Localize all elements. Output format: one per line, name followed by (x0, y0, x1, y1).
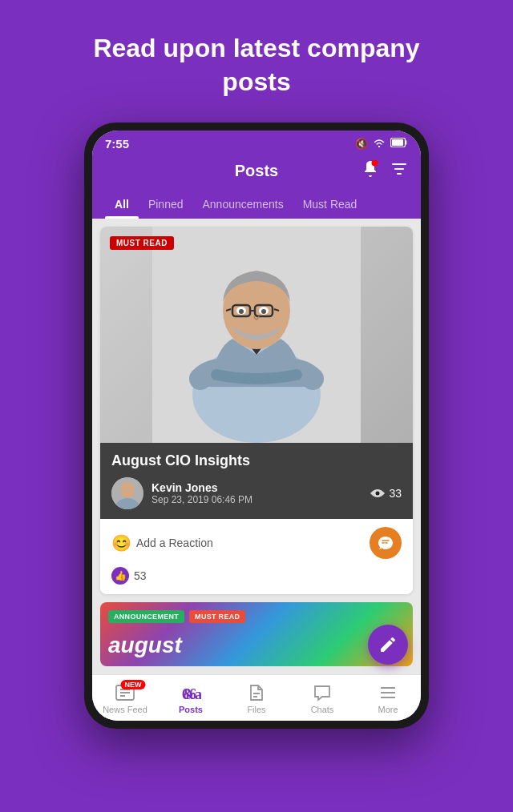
post-info: August CIO Insights (100, 443, 413, 519)
status-icons: 🔇 (355, 137, 408, 151)
status-time: 7:55 (105, 137, 129, 151)
like-icon: 👍 (111, 567, 129, 585)
reaction-button[interactable]: 😊 Add a Reaction (111, 533, 213, 553)
new-badge: NEW (121, 680, 146, 689)
post-title: August CIO Insights (111, 452, 402, 469)
view-number: 33 (389, 487, 402, 500)
nav-news-feed[interactable]: NEW News Feed (92, 675, 158, 721)
bottom-nav: NEW News Feed &amp; 66 Posts (92, 674, 421, 721)
post-image: MUST READ (100, 227, 413, 443)
header-actions (362, 159, 408, 183)
nav-posts-label: Posts (179, 705, 203, 714)
app-header: Posts (92, 155, 421, 190)
status-bar: 7:55 🔇 (92, 131, 421, 155)
nav-files-label: Files (247, 705, 265, 714)
likes-row: 👍 53 (100, 567, 413, 594)
nav-more-label: More (378, 705, 398, 714)
post-actions: 😊 Add a Reaction (100, 519, 413, 567)
svg-point-13 (239, 309, 244, 314)
content-area: MUST READ August CIO Insights (92, 219, 421, 674)
likes-count: 53 (134, 569, 147, 582)
post-date: Sep 23, 2019 06:46 PM (151, 494, 252, 505)
emoji-icon: 😊 (111, 533, 131, 553)
notification-icon[interactable] (362, 159, 379, 183)
avatar (111, 477, 143, 509)
preview-text: august (108, 633, 182, 658)
tab-pinned[interactable]: Pinned (139, 190, 193, 219)
view-count: 33 (370, 487, 402, 500)
nav-chats-label: Chats (311, 705, 334, 714)
post-card-2: ANNOUNCEMENT MUST READ august (100, 602, 413, 666)
compose-fab[interactable] (368, 625, 408, 665)
person-image (152, 227, 361, 443)
must-read-badge-2: MUST READ (189, 610, 245, 623)
reaction-label: Add a Reaction (136, 537, 213, 549)
wifi-icon (373, 137, 386, 151)
svg-point-16 (120, 482, 135, 498)
tab-announcements[interactable]: Announcements (192, 190, 293, 219)
mute-icon: 🔇 (355, 138, 368, 150)
svg-point-14 (261, 309, 266, 314)
phone-screen: 7:55 🔇 (92, 131, 421, 721)
nav-posts[interactable]: &amp; 66 Posts (158, 675, 224, 721)
post-card-1: MUST READ August CIO Insights (100, 227, 413, 594)
must-read-badge: MUST READ (110, 236, 174, 250)
author-name: Kevin Jones (151, 481, 252, 494)
badge-row: ANNOUNCEMENT MUST READ (108, 610, 245, 623)
battery-icon (390, 138, 408, 150)
tab-all[interactable]: All (105, 190, 139, 219)
nav-more[interactable]: More (355, 675, 421, 721)
app-title: Posts (235, 162, 278, 180)
comment-button[interactable] (370, 527, 402, 559)
tabs-bar: All Pinned Announcements Must Read (92, 190, 421, 219)
svg-rect-1 (392, 139, 403, 146)
nav-chats[interactable]: Chats (289, 675, 355, 721)
nav-files[interactable]: Files (224, 675, 289, 721)
filter-icon[interactable] (390, 160, 408, 183)
phone-frame: 7:55 🔇 (84, 123, 429, 729)
post-author-row: Kevin Jones Sep 23, 2019 06:46 PM 33 (111, 477, 402, 509)
announcement-badge: ANNOUNCEMENT (108, 610, 184, 623)
nav-news-feed-label: News Feed (103, 705, 147, 714)
post-author: Kevin Jones Sep 23, 2019 06:46 PM (111, 477, 252, 509)
svg-point-18 (376, 492, 380, 496)
svg-text:66: 66 (182, 686, 196, 702)
hero-title: Read upon latest company posts (0, 0, 513, 123)
svg-point-2 (372, 159, 378, 166)
tab-must-read[interactable]: Must Read (293, 190, 367, 219)
author-info: Kevin Jones Sep 23, 2019 06:46 PM (151, 481, 252, 505)
